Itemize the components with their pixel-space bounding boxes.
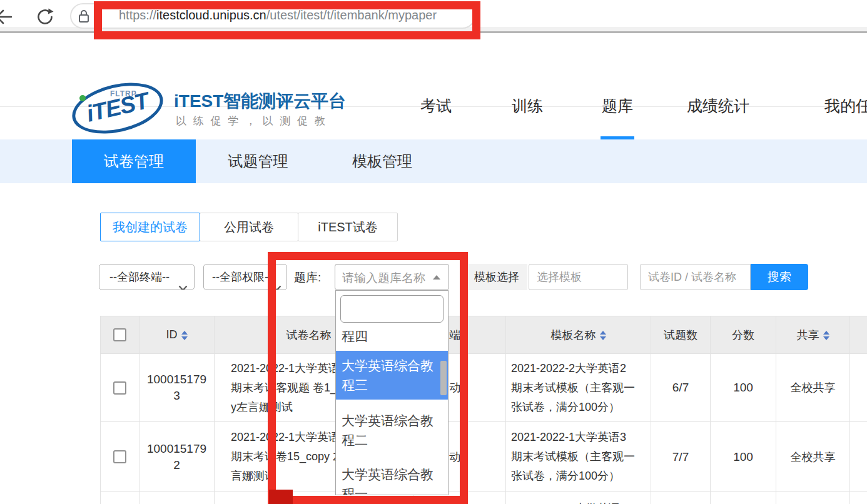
bank-combobox-placeholder: 请输入题库名称 (342, 270, 425, 286)
row-select-cell (101, 354, 139, 422)
search-button[interactable]: 搜索 (751, 264, 808, 290)
url-scheme: https:// (119, 8, 156, 22)
header-id[interactable]: ID (139, 316, 215, 354)
table-row: 1000151793 2021-2022-1大学英语 期末考试客观题 卷1_co… (101, 354, 867, 422)
site-header: iTEST FLTRP iTEST智能测评云平台 以 练 促 学 ， 以 测 促… (0, 33, 867, 107)
table-row: 1000151792 2021-2022-1大学英语 期末考试卷15_copy … (101, 422, 867, 492)
paper-extra (850, 492, 867, 504)
nav-item-my-tasks[interactable]: 我的任务 (824, 96, 867, 116)
permission-select-value: --全部权限-- (212, 271, 272, 283)
bank-filter-label: 题库: (294, 270, 321, 286)
chevron-up-icon (433, 275, 440, 280)
header-score: 分数 (711, 316, 776, 354)
subtab-public-papers[interactable]: 公用试卷 (200, 213, 298, 241)
header-template-name[interactable]: 模板名称 (506, 316, 651, 354)
header-question-count: 试题数 (651, 316, 711, 354)
nav-item-score-stats[interactable]: 成绩统计 (687, 96, 749, 116)
paper-extra (850, 422, 867, 492)
bank-option[interactable]: 程四 (336, 325, 448, 347)
itembank-tab-bar: 试卷管理 试题管理 模板管理 (0, 139, 867, 183)
bank-option[interactable]: 大学英语综合教程一 (336, 461, 448, 495)
page: https://itestcloud.unipus.cn/utest/itest… (0, 0, 867, 504)
bank-dropdown-panel: 程四 大学英语综合教程三 大学英语综合教程二 大学英语综合教程一 (335, 290, 449, 495)
sort-icon[interactable] (823, 331, 829, 340)
paper-question-count: 7/7 (651, 422, 711, 492)
chevron-down-icon (272, 275, 281, 290)
nav-item-exam[interactable]: 考试 (420, 96, 452, 116)
paper-id: 1000151792 (139, 422, 215, 492)
logo-text: iTEST (71, 78, 164, 136)
refresh-icon[interactable] (36, 8, 54, 29)
bank-option[interactable]: 大学英语综合教程二 (336, 407, 448, 453)
tab-template-management[interactable]: 模板管理 (320, 139, 444, 183)
paper-scope-switch: 我创建的试卷 公用试卷 iTEST试卷 (100, 213, 398, 241)
bank-combobox[interactable]: 请输入题库名称 (335, 264, 449, 290)
site-title: iTEST智能测评云平台 (174, 89, 346, 113)
table-row: 2021-2022-2大学英语 2021-2022-2大学英语2 (101, 492, 867, 504)
paper-score (711, 492, 776, 504)
browser-toolbar: https://itestcloud.unipus.cn/utest/itest… (0, 0, 867, 33)
sort-icon[interactable] (181, 331, 188, 340)
nav-item-itembank[interactable]: 题库 (602, 96, 633, 116)
annotation-corner-mark (269, 490, 293, 504)
paper-share: 全校共享 (776, 422, 850, 492)
row-checkbox[interactable] (113, 450, 126, 463)
paper-template: 2021-2022-1大学英语3 期末考试模板（主客观一 张试卷，满分100分） (506, 422, 651, 492)
paper-question-count: 6/7 (651, 354, 711, 422)
paper-score: 100 (711, 354, 776, 422)
paper-score: 100 (711, 422, 776, 492)
paper-table: ID 试卷名称 端 模板名称 试题数 分数 共享 1000151793 2021… (100, 316, 867, 504)
subtab-itest-papers[interactable]: iTEST试卷 (298, 213, 398, 241)
dropdown-scrollbar-thumb[interactable] (440, 361, 447, 395)
nav-item-training[interactable]: 训练 (512, 96, 543, 116)
paper-share: 全校共享 (776, 354, 850, 422)
terminal-select[interactable]: --全部终端-- (99, 264, 195, 290)
tab-question-management[interactable]: 试题管理 (196, 139, 320, 183)
paper-question-count (651, 492, 711, 504)
template-filter-label: 模板选择 (466, 264, 527, 290)
url-domain: itestcloud.unipus.cn (156, 8, 266, 22)
terminal-select-value: --全部终端-- (109, 271, 170, 283)
back-icon[interactable] (0, 8, 14, 29)
paper-share (776, 492, 850, 504)
url-text[interactable]: https://itestcloud.unipus.cn/utest/itest… (119, 8, 437, 23)
paper-id: 1000151793 (139, 354, 215, 422)
template-select-input[interactable] (529, 264, 628, 290)
header-share[interactable]: 共享 (776, 316, 850, 354)
paper-search-input[interactable] (640, 264, 751, 290)
bank-option-selected[interactable]: 大学英语综合教程三 (336, 351, 448, 400)
tab-paper-management[interactable]: 试卷管理 (72, 139, 196, 183)
row-select-cell (101, 492, 139, 504)
url-path: /utest/itest/t/itembank/mypaper (266, 8, 437, 22)
logo-fltrp-text: FLTRP (110, 89, 137, 98)
paper-template: 2021-2022-2大学英语2 期末考试模板（主客观一 张试卷，满分100分） (506, 354, 651, 422)
table-header-row: ID 试卷名称 端 模板名称 试题数 分数 共享 (101, 316, 867, 354)
select-all-checkbox[interactable] (113, 328, 126, 341)
bank-dropdown-search-input[interactable] (340, 295, 444, 323)
permission-select[interactable]: --全部权限-- (203, 264, 287, 290)
site-slogan: 以 练 促 学 ， 以 测 促 教 (176, 114, 327, 128)
sort-icon[interactable] (600, 331, 606, 340)
row-checkbox[interactable] (113, 381, 126, 395)
logo-green-dot-icon (79, 95, 86, 101)
subtab-my-papers[interactable]: 我创建的试卷 (100, 213, 200, 241)
itest-logo: iTEST (67, 74, 168, 141)
row-select-cell (101, 422, 139, 492)
chevron-down-icon (178, 275, 188, 290)
paper-id (139, 492, 215, 504)
header-select-all (101, 316, 139, 354)
paper-extra (850, 354, 867, 422)
header-extra (850, 316, 867, 354)
lock-icon[interactable] (78, 8, 90, 27)
paper-template: 2021-2022-2大学英语2 (506, 492, 651, 504)
